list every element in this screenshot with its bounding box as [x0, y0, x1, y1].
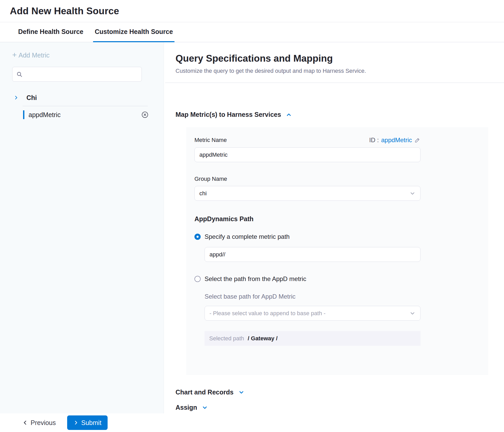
chevron-down-icon	[202, 405, 208, 411]
group-name-label: Group Name	[194, 176, 488, 182]
content-divider	[165, 83, 504, 83]
chevron-left-icon	[22, 420, 28, 426]
dialog-header: Add New Health Source	[0, 0, 504, 22]
chevron-up-icon	[286, 112, 292, 118]
previous-button[interactable]: Previous	[22, 419, 56, 427]
selected-path-label: Selected path	[209, 335, 244, 342]
metric-name-row: Metric Name ID : appdMetric	[194, 136, 421, 144]
circle-x-icon	[141, 111, 149, 118]
add-metric-label: Add Metric	[19, 52, 50, 59]
radio-unselected-icon	[194, 276, 201, 282]
metric-group-label: Chi	[26, 94, 37, 102]
radio-complete-metric-path-label: Specify a complete metric path	[205, 233, 290, 240]
map-metrics-heading: Map Metric(s) to Harness Services	[176, 111, 281, 118]
metric-id-label: ID :	[369, 136, 379, 144]
submit-button-label: Submit	[81, 419, 101, 427]
metric-group-chi[interactable]: Chi	[0, 92, 164, 103]
appdynamics-path-heading: AppDynamics Path	[194, 215, 488, 223]
chevron-down-icon	[409, 310, 416, 316]
base-path-select[interactable]: - Please select value to append to base …	[205, 306, 421, 321]
group-name-select[interactable]: chi	[194, 186, 421, 201]
metric-path-input[interactable]	[205, 247, 421, 262]
chevron-down-icon	[238, 389, 244, 395]
search-input[interactable]	[25, 71, 138, 78]
edit-pencil-icon[interactable]	[414, 137, 421, 143]
previous-button-label: Previous	[31, 419, 56, 427]
metric-name-input[interactable]	[194, 147, 421, 162]
page-title: Query Specifications and Mapping	[176, 53, 504, 64]
metric-search	[12, 67, 142, 82]
chart-and-records-heading: Chart and Records	[176, 388, 234, 396]
metric-mapping-panel: Metric Name ID : appdMetric Group Name c…	[186, 127, 488, 375]
chevron-right-icon	[73, 420, 79, 425]
metric-item-appdmetric[interactable]: appdMetric	[0, 106, 164, 123]
tabs-bar: Define Health Source Customize Health So…	[0, 22, 504, 42]
radio-selected-icon	[194, 234, 201, 240]
metric-id-value[interactable]: appdMetric	[381, 136, 412, 144]
base-path-placeholder: - Please select value to append to base …	[209, 310, 326, 317]
add-metric-button[interactable]: + Add Metric	[12, 52, 164, 59]
remove-metric-button[interactable]	[141, 111, 149, 118]
tab-customize-health-source[interactable]: Customize Health Source	[93, 22, 174, 42]
selected-path-value: / Gateway /	[248, 335, 278, 342]
assign-heading: Assign	[176, 404, 197, 411]
chart-and-records-section-toggle[interactable]: Chart and Records	[176, 388, 504, 396]
main-content: Query Specifications and Mapping Customi…	[164, 42, 504, 413]
metric-name-label: Metric Name	[194, 137, 227, 143]
dialog-footer: Previous Submit	[0, 413, 504, 432]
metric-item-label: appdMetric	[29, 111, 61, 119]
radio-select-appd-path[interactable]: Select the path from the AppD metric	[194, 275, 488, 283]
selected-metric-indicator	[23, 110, 24, 119]
submit-button[interactable]: Submit	[67, 415, 108, 430]
tab-define-health-source[interactable]: Define Health Source	[17, 22, 85, 42]
radio-select-appd-path-label: Select the path from the AppD metric	[205, 275, 306, 283]
group-name-value: chi	[199, 190, 207, 197]
chevron-down-icon	[409, 190, 416, 197]
search-icon	[16, 71, 23, 78]
chevron-right-icon	[13, 95, 19, 100]
radio-complete-metric-path[interactable]: Specify a complete metric path	[194, 233, 488, 240]
base-path-label: Select base path for AppD Metric	[205, 293, 488, 300]
add-health-source-dialog: Add New Health Source Define Health Sour…	[0, 0, 504, 432]
metrics-sidebar: + Add Metric Chi appdMetric	[0, 42, 164, 413]
plus-icon: +	[12, 51, 17, 59]
metric-id-wrap: ID : appdMetric	[369, 136, 421, 144]
map-metrics-section-toggle[interactable]: Map Metric(s) to Harness Services	[176, 111, 504, 118]
assign-section-toggle[interactable]: Assign	[176, 404, 504, 411]
dialog-title: Add New Health Source	[10, 6, 119, 17]
page-subtitle: Customize the query to get the desired o…	[176, 68, 504, 74]
selected-path-bar: Selected path / Gateway /	[205, 331, 421, 346]
